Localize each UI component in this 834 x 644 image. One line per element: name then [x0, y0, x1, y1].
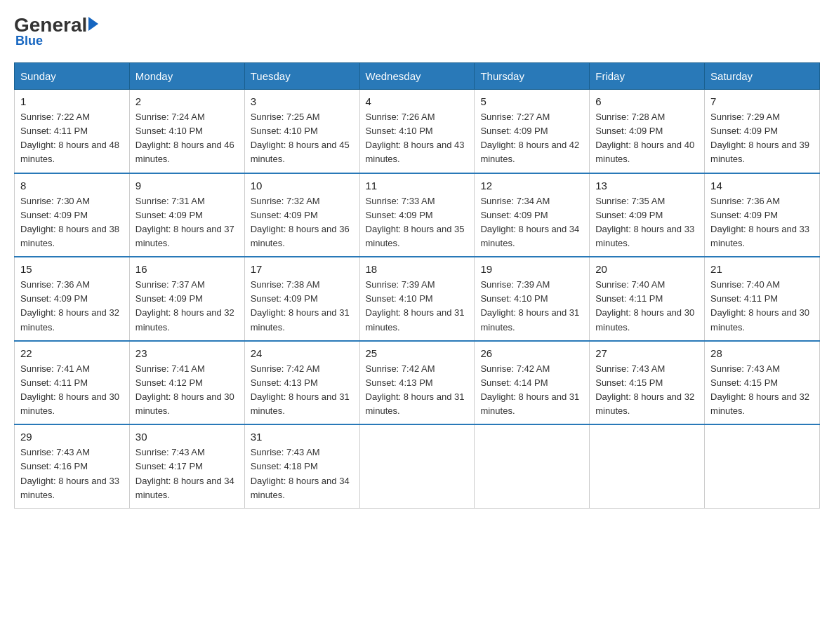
header: General Blue [14, 14, 820, 48]
day-number: 1 [20, 95, 124, 107]
day-info: Sunrise: 7:31 AM Sunset: 4:09 PM Dayligh… [135, 194, 239, 251]
day-info: Sunrise: 7:39 AM Sunset: 4:10 PM Dayligh… [366, 278, 469, 335]
day-info: Sunrise: 7:35 AM Sunset: 4:09 PM Dayligh… [595, 194, 699, 251]
day-number: 31 [251, 431, 354, 443]
day-number: 25 [366, 347, 469, 359]
calendar-cell: 22 Sunrise: 7:41 AM Sunset: 4:11 PM Dayl… [15, 341, 130, 425]
calendar-cell: 14 Sunrise: 7:36 AM Sunset: 4:09 PM Dayl… [705, 173, 820, 257]
calendar-cell: 5 Sunrise: 7:27 AM Sunset: 4:09 PM Dayli… [475, 90, 590, 173]
calendar-cell: 18 Sunrise: 7:39 AM Sunset: 4:10 PM Dayl… [359, 257, 475, 341]
weekday-header-friday: Friday [590, 63, 705, 90]
calendar-cell [590, 424, 705, 508]
day-info: Sunrise: 7:24 AM Sunset: 4:10 PM Dayligh… [135, 110, 239, 167]
calendar-cell: 11 Sunrise: 7:33 AM Sunset: 4:09 PM Dayl… [359, 173, 475, 257]
calendar-cell: 23 Sunrise: 7:41 AM Sunset: 4:12 PM Dayl… [129, 341, 244, 425]
day-number: 10 [251, 180, 354, 192]
calendar-cell: 19 Sunrise: 7:39 AM Sunset: 4:10 PM Dayl… [475, 257, 590, 341]
day-info: Sunrise: 7:43 AM Sunset: 4:15 PM Dayligh… [710, 362, 814, 419]
calendar-cell: 17 Sunrise: 7:38 AM Sunset: 4:09 PM Dayl… [244, 257, 359, 341]
logo: General Blue [14, 14, 98, 48]
day-info: Sunrise: 7:30 AM Sunset: 4:09 PM Dayligh… [20, 194, 124, 251]
day-info: Sunrise: 7:32 AM Sunset: 4:09 PM Dayligh… [251, 194, 354, 251]
day-number: 13 [595, 180, 699, 192]
day-number: 3 [251, 95, 354, 107]
calendar-cell: 21 Sunrise: 7:40 AM Sunset: 4:11 PM Dayl… [705, 257, 820, 341]
day-number: 21 [710, 263, 814, 275]
day-number: 27 [595, 347, 699, 359]
weekday-header-wednesday: Wednesday [359, 63, 475, 90]
day-number: 28 [710, 347, 814, 359]
day-info: Sunrise: 7:41 AM Sunset: 4:12 PM Dayligh… [135, 362, 239, 419]
calendar-cell: 15 Sunrise: 7:36 AM Sunset: 4:09 PM Dayl… [15, 257, 130, 341]
day-info: Sunrise: 7:38 AM Sunset: 4:09 PM Dayligh… [251, 278, 354, 335]
day-number: 24 [251, 347, 354, 359]
day-info: Sunrise: 7:34 AM Sunset: 4:09 PM Dayligh… [480, 194, 583, 251]
calendar-cell: 31 Sunrise: 7:43 AM Sunset: 4:18 PM Dayl… [244, 424, 359, 508]
calendar-table: SundayMondayTuesdayWednesdayThursdayFrid… [14, 62, 820, 509]
calendar-cell: 9 Sunrise: 7:31 AM Sunset: 4:09 PM Dayli… [129, 173, 244, 257]
day-number: 11 [366, 180, 469, 192]
day-number: 17 [251, 263, 354, 275]
calendar-cell: 10 Sunrise: 7:32 AM Sunset: 4:09 PM Dayl… [244, 173, 359, 257]
day-number: 18 [366, 263, 469, 275]
calendar-cell [359, 424, 475, 508]
calendar-cell [475, 424, 590, 508]
calendar-cell: 1 Sunrise: 7:22 AM Sunset: 4:11 PM Dayli… [15, 90, 130, 173]
day-info: Sunrise: 7:27 AM Sunset: 4:09 PM Dayligh… [480, 110, 583, 167]
day-info: Sunrise: 7:42 AM Sunset: 4:14 PM Dayligh… [480, 362, 583, 419]
day-number: 5 [480, 95, 583, 107]
calendar-cell: 7 Sunrise: 7:29 AM Sunset: 4:09 PM Dayli… [705, 90, 820, 173]
day-info: Sunrise: 7:43 AM Sunset: 4:16 PM Dayligh… [20, 445, 124, 502]
day-info: Sunrise: 7:43 AM Sunset: 4:15 PM Dayligh… [595, 362, 699, 419]
calendar-week-row: 8 Sunrise: 7:30 AM Sunset: 4:09 PM Dayli… [15, 173, 820, 257]
calendar-cell: 13 Sunrise: 7:35 AM Sunset: 4:09 PM Dayl… [590, 173, 705, 257]
calendar-cell: 4 Sunrise: 7:26 AM Sunset: 4:10 PM Dayli… [359, 90, 475, 173]
day-number: 2 [135, 95, 239, 107]
weekday-header-saturday: Saturday [705, 63, 820, 90]
calendar-cell: 24 Sunrise: 7:42 AM Sunset: 4:13 PM Dayl… [244, 341, 359, 425]
calendar-week-row: 1 Sunrise: 7:22 AM Sunset: 4:11 PM Dayli… [15, 90, 820, 173]
day-info: Sunrise: 7:36 AM Sunset: 4:09 PM Dayligh… [710, 194, 814, 251]
day-number: 4 [366, 95, 469, 107]
day-number: 7 [710, 95, 814, 107]
day-info: Sunrise: 7:26 AM Sunset: 4:10 PM Dayligh… [366, 110, 469, 167]
weekday-header-sunday: Sunday [15, 63, 130, 90]
day-number: 12 [480, 180, 583, 192]
calendar-week-row: 22 Sunrise: 7:41 AM Sunset: 4:11 PM Dayl… [15, 341, 820, 425]
calendar-cell: 6 Sunrise: 7:28 AM Sunset: 4:09 PM Dayli… [590, 90, 705, 173]
weekday-header-tuesday: Tuesday [244, 63, 359, 90]
calendar-cell: 29 Sunrise: 7:43 AM Sunset: 4:16 PM Dayl… [15, 424, 130, 508]
calendar-cell: 30 Sunrise: 7:43 AM Sunset: 4:17 PM Dayl… [129, 424, 244, 508]
logo-blue-text: Blue [15, 34, 43, 48]
day-info: Sunrise: 7:25 AM Sunset: 4:10 PM Dayligh… [251, 110, 354, 167]
day-number: 9 [135, 180, 239, 192]
calendar-cell: 20 Sunrise: 7:40 AM Sunset: 4:11 PM Dayl… [590, 257, 705, 341]
day-info: Sunrise: 7:33 AM Sunset: 4:09 PM Dayligh… [366, 194, 469, 251]
calendar-cell: 2 Sunrise: 7:24 AM Sunset: 4:10 PM Dayli… [129, 90, 244, 173]
day-info: Sunrise: 7:29 AM Sunset: 4:09 PM Dayligh… [710, 110, 814, 167]
day-info: Sunrise: 7:42 AM Sunset: 4:13 PM Dayligh… [251, 362, 354, 419]
day-number: 14 [710, 180, 814, 192]
day-number: 8 [20, 180, 124, 192]
day-number: 26 [480, 347, 583, 359]
day-info: Sunrise: 7:22 AM Sunset: 4:11 PM Dayligh… [20, 110, 124, 167]
day-info: Sunrise: 7:41 AM Sunset: 4:11 PM Dayligh… [20, 362, 124, 419]
calendar-cell [705, 424, 820, 508]
calendar-cell: 8 Sunrise: 7:30 AM Sunset: 4:09 PM Dayli… [15, 173, 130, 257]
day-info: Sunrise: 7:37 AM Sunset: 4:09 PM Dayligh… [135, 278, 239, 335]
day-info: Sunrise: 7:43 AM Sunset: 4:18 PM Dayligh… [251, 445, 354, 502]
calendar-week-row: 15 Sunrise: 7:36 AM Sunset: 4:09 PM Dayl… [15, 257, 820, 341]
weekday-header-thursday: Thursday [475, 63, 590, 90]
calendar-cell: 16 Sunrise: 7:37 AM Sunset: 4:09 PM Dayl… [129, 257, 244, 341]
day-info: Sunrise: 7:39 AM Sunset: 4:10 PM Dayligh… [480, 278, 583, 335]
weekday-header-row: SundayMondayTuesdayWednesdayThursdayFrid… [15, 63, 820, 90]
day-number: 19 [480, 263, 583, 275]
weekday-header-monday: Monday [129, 63, 244, 90]
calendar-week-row: 29 Sunrise: 7:43 AM Sunset: 4:16 PM Dayl… [15, 424, 820, 508]
day-info: Sunrise: 7:42 AM Sunset: 4:13 PM Dayligh… [366, 362, 469, 419]
day-number: 23 [135, 347, 239, 359]
day-number: 22 [20, 347, 124, 359]
day-info: Sunrise: 7:43 AM Sunset: 4:17 PM Dayligh… [135, 445, 239, 502]
calendar-cell: 25 Sunrise: 7:42 AM Sunset: 4:13 PM Dayl… [359, 341, 475, 425]
calendar-cell: 12 Sunrise: 7:34 AM Sunset: 4:09 PM Dayl… [475, 173, 590, 257]
